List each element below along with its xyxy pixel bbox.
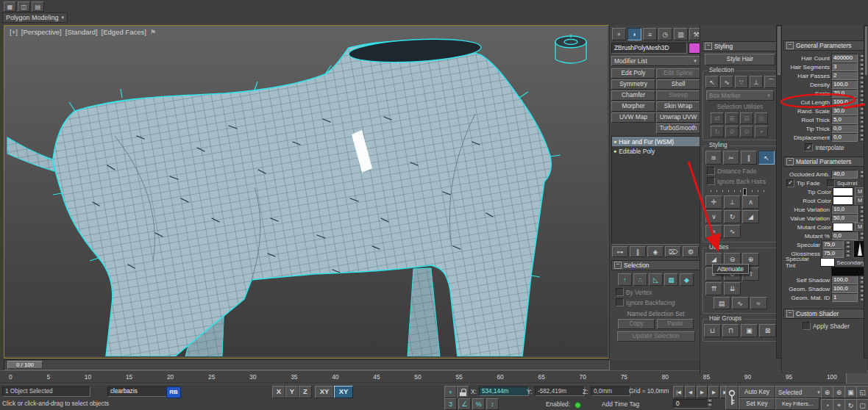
modifier-button[interactable]: Edit Spline [656,68,700,79]
guides-from-hair-icon[interactable]: ⇈ [705,282,722,295]
modifier-list-dropdown[interactable]: Modifier List [611,56,700,66]
spline-deform-icon[interactable]: ∿ [732,297,749,309]
parameter-value-field[interactable]: 3 [831,62,858,71]
specular-field[interactable]: 75,0 [822,240,844,249]
split-group-icon[interactable]: ⊓ [722,324,739,337]
lock-selection-icon[interactable]: ▪ [755,126,768,137]
axis-x-button[interactable]: X [272,386,285,398]
hue-variation-field[interactable]: 10,0 [831,205,858,214]
parameter-value-field[interactable]: 100,0 [831,98,858,107]
select-hair-icon[interactable]: ↖ [705,76,719,88]
grow-selection-icon[interactable]: ⊞ [725,112,739,124]
self-shadow-field[interactable]: 100,0 [831,276,858,284]
copy-button[interactable]: Copy [618,319,655,329]
hair-brush-icon[interactable]: ≋ [705,151,722,165]
viewport-perspective[interactable]: [+] [Perspective] [Standard] [Edged Face… [4,25,610,359]
stand-brush-icon[interactable]: ⊥ [724,195,741,209]
axis-xy-plane-button[interactable]: XY [334,386,353,398]
parameter-value-field[interactable]: 30,0 [831,107,858,115]
occluded-amb-field[interactable]: 40,0 [831,170,858,179]
geom-shadow-field[interactable]: 100,0 [831,284,858,293]
tab-create-icon[interactable]: + [612,28,626,40]
field-of-view-icon[interactable]: ◔ [821,399,833,410]
coord-y-field[interactable]: -582,419m [535,386,585,396]
parameter-value-field[interactable]: 100,0 [831,80,858,89]
specular-spinner[interactable] [845,240,851,249]
ring-selection-icon[interactable]: ◎ [755,112,768,124]
modifier-button[interactable]: Sweep [656,90,700,101]
styling-rollout-header[interactable]: − Styling [702,41,778,51]
invert-selection-icon[interactable]: ⇄ [711,112,724,124]
viewport-menu-layout[interactable]: [Standard] [65,28,98,36]
absolute-mode-icon[interactable]: + [444,386,457,398]
axis-xy-button[interactable]: XY [315,386,334,398]
set-keys-button[interactable] [725,386,739,410]
zoom-icon[interactable]: ⊕ [821,386,833,398]
modifier-button[interactable]: Symmetry [611,79,655,90]
comb-icon[interactable]: ∥ [741,151,757,165]
render-settings-icon[interactable]: ▤ [714,297,730,309]
viewport-menu-shading[interactable]: [Edged Faces] [102,28,146,36]
select-roots-icon[interactable]: ⊥ [750,76,763,88]
box-marker-dropdown[interactable]: Box Marker [706,90,774,101]
modifier-button[interactable]: TurboSmooth [656,123,700,134]
select-vertices-icon[interactable]: ∵ [735,76,748,88]
orbit-icon[interactable]: ↻ [844,399,857,410]
modifier-button[interactable]: UVW Map [611,112,655,123]
modifier-stack[interactable]: ● Hair and Fur (WSM) ● Editable Poly [611,136,700,245]
go-to-start-icon[interactable]: |◀ [673,386,684,398]
current-frame-field[interactable]: 0 [673,399,710,409]
glossiness-field[interactable]: 75,0 [822,249,844,258]
paste-button[interactable]: Paste [657,319,694,329]
rotate-selection-icon[interactable]: ↻ [711,126,724,137]
mutant-color-swatch[interactable] [833,223,853,231]
distance-fade-checkbox[interactable] [707,167,715,175]
select-guides-icon[interactable]: ∿ [720,76,733,88]
time-slider-handle[interactable]: 0 / 100 [7,361,43,369]
value-variation-field[interactable]: 50,0 [831,214,858,223]
lightbulb-icon[interactable]: ● [613,148,616,154]
angle-snap-icon[interactable]: ∠ [458,398,471,410]
parameter-value-field[interactable]: 5,0 [831,115,858,124]
shrink-selection-icon[interactable]: ⊟ [740,112,753,124]
selection-lock-icon[interactable] [457,386,469,398]
modifier-stack-item[interactable]: ● Hair and Fur (WSM) [612,137,700,146]
parameter-value-field[interactable]: 2 [831,71,858,80]
modifier-button[interactable]: Shell [656,79,700,90]
squirrel-checkbox[interactable] [827,179,835,187]
mutant-pct-field[interactable]: 0,0 [831,231,858,240]
geom-mat-id-field[interactable]: 1 [831,293,858,302]
rotate-brush-icon[interactable]: ↻ [724,210,741,223]
wave-utility-icon[interactable]: ≈ [750,297,767,309]
select-group-icon[interactable]: ▣ [741,324,758,337]
percent-snap-icon[interactable]: % [472,398,485,410]
frizz-icon[interactable]: ≈ [705,225,722,238]
rb-badge[interactable]: RB [166,386,181,398]
modifier-button[interactable]: Edit Poly [611,68,655,79]
merge-group-icon[interactable]: ⊔ [704,324,721,337]
ribbon-panel-icon[interactable]: ▤ [32,1,44,12]
style-hair-button[interactable]: Style Hair [705,54,775,65]
selected-set-dropdown[interactable]: Selected [775,386,824,398]
make-unique-icon[interactable]: ◈ [647,246,664,257]
auto-key-button[interactable]: Auto Key [739,386,775,398]
faces-subobject-icon[interactable]: ▦ [664,273,678,286]
add-time-tag[interactable]: Add Time Tag [602,400,639,408]
viewport-canvas[interactable] [4,26,608,356]
key-filters-button[interactable]: Key Filters... [775,398,819,410]
hair-from-guides-icon[interactable]: ⇊ [724,282,741,295]
time-slider[interactable]: 0 / 100 [4,359,610,370]
coord-x-field[interactable]: 534,144m [479,386,529,396]
viewport-menu-pov[interactable]: [Perspective] [21,28,62,36]
hair-cut-icon[interactable]: ✂ [723,151,739,165]
material-parameters-header[interactable]: − Material Parameters [783,157,866,167]
object-color-swatch[interactable] [689,43,700,54]
puff-roots-icon[interactable]: ∧ [742,195,759,209]
edges-subobject-icon[interactable]: ◺ [649,273,663,286]
modifier-button[interactable]: Morpher [611,101,655,112]
update-selection-button[interactable]: Update Selection [617,331,695,342]
spinner-snap-icon[interactable]: ↕ [486,398,499,410]
glossiness-spinner[interactable] [845,249,851,258]
tab-display-icon[interactable]: ▥ [674,28,688,40]
unhide-all-icon[interactable]: ⊙ [740,126,753,137]
